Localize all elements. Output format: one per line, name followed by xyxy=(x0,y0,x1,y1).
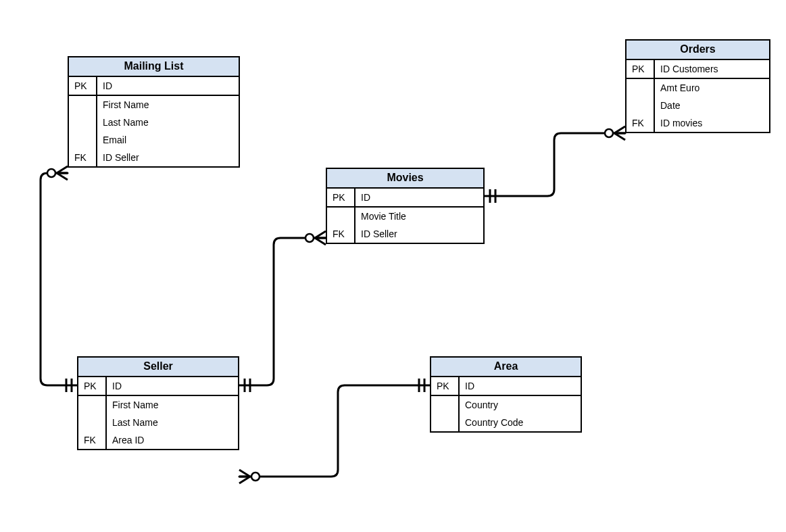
svg-line-17 xyxy=(614,133,625,140)
svg-line-15 xyxy=(614,126,625,133)
attr-cell: Country Code xyxy=(460,414,581,431)
entity-orders: Orders PK ID Customers FK Amt Euro Date … xyxy=(625,39,770,133)
entity-title: Mailing List xyxy=(69,57,239,77)
entity-movies: Movies PK ID FK Movie Title ID Seller xyxy=(326,168,485,244)
svg-line-5 xyxy=(57,173,68,180)
rel-seller-mailinglist xyxy=(41,173,77,385)
svg-line-3 xyxy=(57,166,68,173)
key-cell: FK xyxy=(327,225,354,243)
attr-cell: Amt Euro xyxy=(655,79,769,97)
svg-point-14 xyxy=(605,129,613,137)
attr-cell: First Name xyxy=(107,396,238,414)
key-cell: FK xyxy=(78,431,105,449)
rel-seller-movies xyxy=(239,238,326,385)
key-cell xyxy=(431,414,458,431)
svg-point-8 xyxy=(305,234,314,242)
svg-line-21 xyxy=(239,470,250,477)
key-cell xyxy=(69,96,96,114)
svg-line-11 xyxy=(315,238,326,245)
svg-point-20 xyxy=(251,473,260,481)
entity-seller: Seller PK ID FK First Name Last Name Are… xyxy=(77,356,239,450)
pk-attr: ID Customers xyxy=(655,60,769,78)
entity-title: Seller xyxy=(78,358,238,377)
attr-cell: Area ID xyxy=(107,431,238,449)
attr-cell: Movie Title xyxy=(355,208,483,225)
entity-title: Orders xyxy=(627,41,769,60)
rel-area-seller xyxy=(239,385,430,477)
pk-attr: ID xyxy=(97,77,239,95)
pk-label: PK xyxy=(327,189,354,206)
pk-attr: ID xyxy=(355,189,483,206)
entity-title: Area xyxy=(431,358,581,377)
key-cell xyxy=(78,396,105,414)
pk-attr: ID xyxy=(460,377,581,395)
pk-attr: ID xyxy=(107,377,238,395)
pk-label: PK xyxy=(627,60,654,78)
key-cell xyxy=(431,396,458,414)
key-cell: FK xyxy=(627,114,654,132)
key-cell xyxy=(627,79,654,97)
attr-cell: First Name xyxy=(97,96,239,114)
entity-title: Movies xyxy=(327,169,483,189)
pk-label: PK xyxy=(78,377,105,395)
attr-cell: ID Seller xyxy=(97,149,239,166)
key-cell xyxy=(69,114,96,131)
rel-movies-orders xyxy=(485,133,625,196)
attr-cell: Email xyxy=(97,131,239,149)
key-cell xyxy=(78,414,105,431)
key-cell: FK xyxy=(69,149,96,166)
entity-area: Area PK ID Country Country Code xyxy=(430,356,582,433)
svg-line-23 xyxy=(239,477,250,483)
entity-mailing-list: Mailing List PK ID FK First Name Last Na… xyxy=(68,56,240,168)
er-diagram-canvas: Mailing List PK ID FK First Name Last Na… xyxy=(0,0,786,532)
key-cell xyxy=(69,131,96,149)
attr-cell: ID movies xyxy=(655,114,769,132)
pk-label: PK xyxy=(69,77,96,95)
key-cell xyxy=(627,97,654,114)
attr-cell: Last Name xyxy=(107,414,238,431)
svg-point-2 xyxy=(47,169,55,177)
attr-cell: Country xyxy=(460,396,581,414)
pk-label: PK xyxy=(431,377,458,395)
attr-cell: ID Seller xyxy=(355,225,483,243)
attr-cell: Last Name xyxy=(97,114,239,131)
key-cell xyxy=(327,208,354,225)
svg-line-9 xyxy=(315,231,326,238)
attr-cell: Date xyxy=(655,97,769,114)
